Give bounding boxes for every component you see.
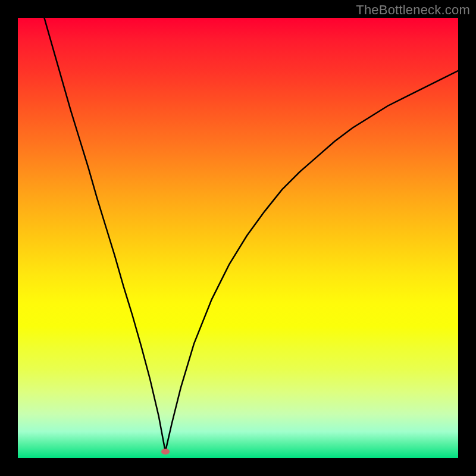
optimal-point-marker	[161, 449, 170, 455]
bottleneck-curve	[18, 18, 458, 458]
plot-background	[18, 18, 458, 458]
chart-frame: TheBottleneck.com	[0, 0, 476, 476]
watermark-text: TheBottleneck.com	[356, 2, 470, 18]
curve-path	[44, 18, 458, 452]
